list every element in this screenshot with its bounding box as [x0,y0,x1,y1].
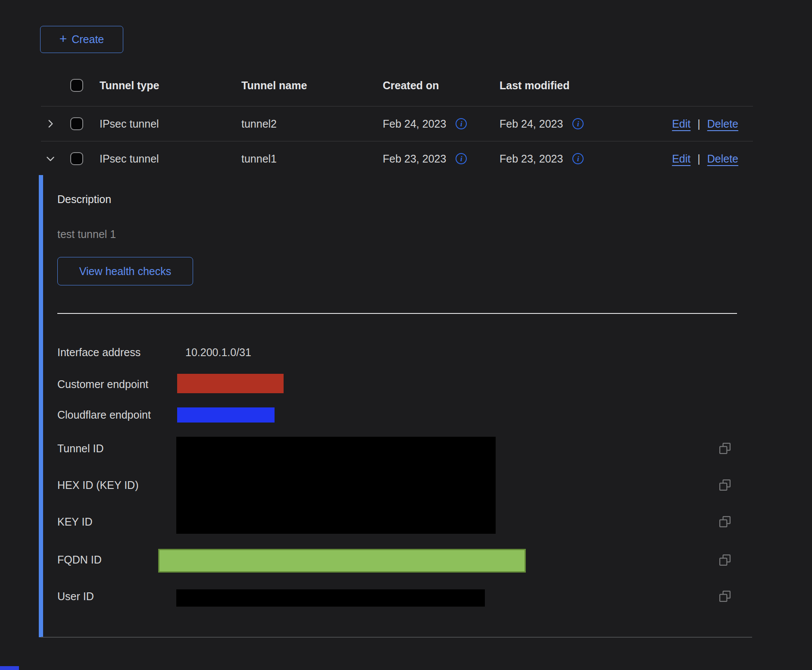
header-created-on: Created on [383,79,500,92]
tunnels-table: Tunnel type Tunnel name Created on Last … [41,65,753,176]
user-id-redaction [176,589,485,607]
interface-address-label: Interface address [57,346,141,359]
cell-tunnel-type: IPsec tunnel [100,118,241,130]
cloudflare-endpoint-label: Cloudflare endpoint [57,408,151,421]
hex-id-label: HEX ID (KEY ID) [57,479,138,492]
info-icon[interactable]: i [572,153,584,164]
description-label: Description [57,193,111,206]
info-icon[interactable]: i [456,153,467,164]
fqdn-id-redaction [158,549,526,573]
plus-icon: + [59,32,67,45]
edit-link[interactable]: Edit [672,118,690,130]
page: + Create Tunnel type Tunnel name Created… [0,0,812,670]
cell-last-modified: Feb 23, 2023 [500,153,563,165]
edit-link[interactable]: Edit [672,153,690,165]
table-header-row: Tunnel type Tunnel name Created on Last … [41,65,753,106]
panel-bottom-divider [41,637,752,638]
fqdn-id-label: FQDN ID [57,553,102,566]
action-separator: | [697,153,700,165]
section-divider [57,313,737,314]
customer-endpoint-redaction [177,374,284,393]
copy-key-id-icon[interactable] [718,515,731,528]
chevron-down-icon[interactable] [42,150,59,167]
ids-redaction [176,437,496,534]
cell-last-modified: Feb 24, 2023 [500,118,563,130]
header-tunnel-name: Tunnel name [241,79,383,92]
expanded-detail-panel: Description test tunnel 1 View health ch… [0,175,812,637]
copy-fqdn-id-icon[interactable] [718,554,731,567]
cloudflare-endpoint-redaction [177,407,275,423]
create-button[interactable]: + Create [40,26,123,53]
copy-user-id-icon[interactable] [718,590,731,603]
delete-link[interactable]: Delete [707,118,738,130]
copy-hex-id-icon[interactable] [718,479,731,492]
customer-endpoint-label: Customer endpoint [57,378,148,391]
row-checkbox[interactable] [70,117,83,130]
header-tunnel-type: Tunnel type [100,79,241,92]
select-all-checkbox[interactable] [70,79,83,92]
user-id-label: User ID [57,590,94,603]
bottom-scroll-indicator [0,666,19,670]
cell-created-on: Feb 24, 2023 [383,118,446,130]
copy-tunnel-id-icon[interactable] [718,442,731,455]
tunnel-id-label: Tunnel ID [57,442,103,455]
delete-link[interactable]: Delete [707,153,738,165]
interface-address-value: 10.200.1.0/31 [185,346,251,359]
create-button-label: Create [72,33,104,46]
cell-created-on: Feb 23, 2023 [383,153,446,165]
info-icon[interactable]: i [456,118,467,129]
key-id-label: KEY ID [57,515,93,528]
cell-tunnel-name: tunnel2 [241,118,383,130]
table-row: IPsec tunnel tunnel1 Feb 23, 2023 i Feb … [41,141,753,176]
chevron-right-icon[interactable] [42,115,59,132]
description-value: test tunnel 1 [57,228,116,241]
action-separator: | [697,118,700,130]
expansion-accent-bar [39,175,43,637]
info-icon[interactable]: i [572,118,584,129]
table-row: IPsec tunnel tunnel2 Feb 24, 2023 i Feb … [41,106,753,141]
cell-tunnel-type: IPsec tunnel [100,153,241,165]
row-checkbox[interactable] [70,152,83,165]
view-health-checks-button[interactable]: View health checks [57,257,193,285]
header-last-modified: Last modified [500,79,621,92]
cell-tunnel-name: tunnel1 [241,153,383,165]
